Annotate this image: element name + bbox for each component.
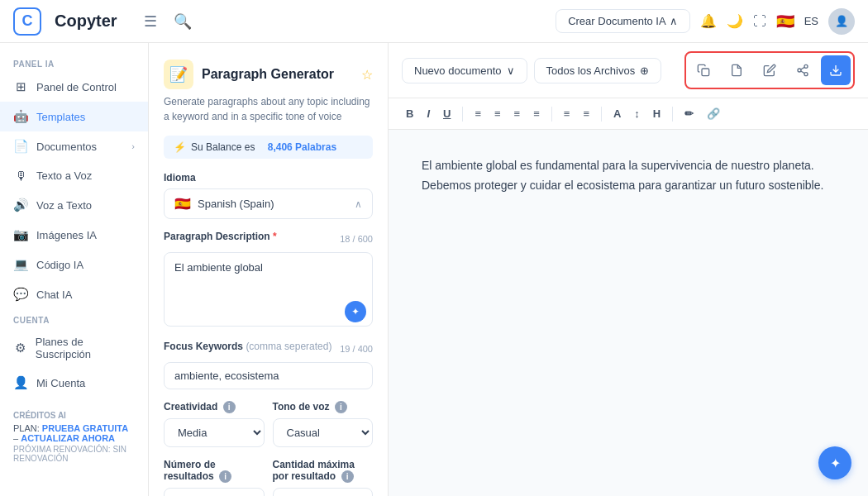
keywords-hint: (comma seperated) bbox=[246, 341, 331, 352]
sidebar-item-codigo[interactable]: 💻 Código IA bbox=[0, 250, 148, 279]
keywords-label: Focus Keywords (comma seperated) bbox=[164, 341, 331, 352]
toolbar-underline[interactable]: U bbox=[439, 105, 455, 122]
doc-dropdown[interactable]: Nuevo documento ∨ bbox=[402, 58, 527, 83]
planes-icon: ⚙ bbox=[13, 341, 27, 355]
desc-textarea[interactable] bbox=[164, 252, 373, 327]
tono-select[interactable]: Casual Formal Técnico bbox=[273, 418, 374, 447]
cantidad-group: Cantidad máxima por resultado i bbox=[273, 459, 374, 496]
menu-icon[interactable]: ☰ bbox=[141, 9, 160, 34]
sidebar-item-voz-texto[interactable]: 🔊 Voz a Texto bbox=[0, 190, 148, 220]
doc-chevron-icon: ∨ bbox=[507, 64, 515, 77]
cantidad-info-icon[interactable]: i bbox=[341, 470, 354, 483]
sidebar-item-label: Voz a Texto bbox=[36, 199, 92, 212]
credits-renew: PRÓXIMA RENOVACIÓN: SIN RENOVACIÓN bbox=[13, 445, 135, 463]
search-icon[interactable]: 🔍 bbox=[170, 9, 195, 34]
keywords-group: Focus Keywords (comma seperated) 19 / 40… bbox=[164, 341, 373, 389]
toolbar-align-center[interactable]: ≡ bbox=[490, 105, 505, 122]
editor-body[interactable]: El ambiente global es fundamental para l… bbox=[389, 130, 868, 496]
plan-upgrade-link[interactable]: PRUEBA GRATUITA bbox=[42, 423, 128, 433]
sidebar-item-mi-cuenta[interactable]: 👤 Mi Cuenta bbox=[0, 368, 148, 398]
imagenes-icon: 📷 bbox=[13, 227, 28, 242]
cuenta-label: CUENTA bbox=[0, 309, 148, 328]
sidebar-item-label: Imágenes IA bbox=[36, 229, 97, 241]
idioma-select[interactable]: 🇪🇸 Spanish (Spain) ∧ bbox=[164, 188, 373, 219]
toolbar-divider-4 bbox=[672, 107, 673, 122]
lang-label[interactable]: ES bbox=[804, 15, 818, 27]
tono-label: Tono de voz i bbox=[273, 401, 374, 413]
toolbar-link[interactable]: 🔗 bbox=[703, 105, 724, 122]
main-content: 📝 Paragraph Generator ☆ Generate paragra… bbox=[149, 43, 868, 496]
toolbar-justify[interactable]: ≡ bbox=[529, 105, 544, 122]
editor-toolbar: B I U ≡ ≡ ≡ ≡ ≡ ≡ A ↕ H ✏ 🔗 bbox=[389, 98, 868, 130]
sidebar-item-label: Panel de Control bbox=[36, 81, 117, 93]
num-resultados-info-icon[interactable]: i bbox=[219, 470, 231, 483]
desc-group: Paragraph Description * 18 / 600 ✦ bbox=[164, 231, 373, 329]
svg-point-1 bbox=[804, 64, 808, 68]
ai-assist-button[interactable]: ✦ bbox=[345, 301, 366, 322]
form-panel: 📝 Paragraph Generator ☆ Generate paragra… bbox=[149, 43, 389, 496]
num-resultados-input[interactable] bbox=[164, 488, 265, 496]
editor-panel: Nuevo documento ∨ Todos los Archivos ⊕ bbox=[389, 43, 868, 496]
toolbar-align-right[interactable]: ≡ bbox=[510, 105, 525, 122]
sidebar-item-planes[interactable]: ⚙ Planes de Suscripción bbox=[0, 328, 148, 368]
files-dropdown[interactable]: Todos los Archivos ⊕ bbox=[534, 58, 662, 83]
create-doc-button[interactable]: Crear Documento IA ∧ bbox=[556, 9, 690, 33]
upgrade-now-link[interactable]: ACTUALIZAR AHORA bbox=[21, 433, 115, 443]
creatividad-info-icon[interactable]: i bbox=[223, 401, 236, 413]
cantidad-label: Cantidad máxima por resultado i bbox=[273, 459, 374, 483]
idioma-label: Idioma bbox=[164, 172, 373, 184]
flag-icon: 🇪🇸 bbox=[776, 12, 794, 31]
creatividad-select[interactable]: Media Baja Alta bbox=[164, 418, 265, 447]
files-chevron-icon: ⊕ bbox=[640, 64, 649, 77]
action-edit-btn[interactable] bbox=[755, 55, 785, 85]
form-header: 📝 Paragraph Generator ☆ bbox=[164, 60, 373, 89]
creatividad-tono-row: Creatividad i Media Baja Alta Tono de vo… bbox=[164, 401, 373, 459]
mi-cuenta-icon: 👤 bbox=[13, 375, 28, 390]
desc-textarea-wrap: ✦ bbox=[164, 252, 373, 329]
svg-point-2 bbox=[798, 69, 801, 72]
toolbar-brush[interactable]: ✏ bbox=[680, 105, 698, 122]
editor-body-wrap: El ambiente global es fundamental para l… bbox=[389, 130, 868, 496]
svg-line-5 bbox=[801, 67, 805, 69]
logo-icon: C bbox=[13, 7, 41, 36]
toolbar-divider-1 bbox=[462, 107, 463, 122]
action-active-btn[interactable] bbox=[821, 55, 851, 85]
favorite-icon[interactable]: ☆ bbox=[361, 67, 373, 83]
idioma-value: Spanish (Spain) bbox=[198, 198, 348, 210]
form-title: Paragraph Generator bbox=[202, 67, 353, 82]
cantidad-input[interactable] bbox=[273, 488, 374, 496]
sidebar-item-texto-voz[interactable]: 🎙 Texto a Voz bbox=[0, 161, 148, 190]
sidebar: PANEL IA ⊞ Panel de Control 🤖 Templates … bbox=[0, 43, 149, 496]
dark-mode-icon[interactable]: 🌙 bbox=[727, 13, 743, 29]
fullscreen-icon[interactable]: ⛶ bbox=[753, 14, 766, 29]
tono-info-icon[interactable]: i bbox=[335, 401, 347, 413]
toolbar-list-ul[interactable]: ≡ bbox=[579, 105, 594, 122]
sidebar-item-chat[interactable]: 💬 Chat IA bbox=[0, 279, 148, 309]
toolbar-font-size[interactable]: A bbox=[609, 105, 625, 122]
toolbar-align-left[interactable]: ≡ bbox=[470, 105, 485, 122]
idioma-group: Idioma 🇪🇸 Spanish (Spain) ∧ bbox=[164, 172, 373, 219]
toolbar-heading[interactable]: H bbox=[649, 105, 665, 122]
bolt-icon: ⚡ bbox=[174, 141, 186, 153]
sidebar-item-panel-control[interactable]: ⊞ Panel de Control bbox=[0, 72, 148, 102]
keywords-input[interactable] bbox=[164, 362, 373, 389]
toolbar-list-ol[interactable]: ≡ bbox=[560, 105, 575, 122]
num-resultados-group: Número de resultados i bbox=[164, 459, 265, 496]
action-copy-btn[interactable] bbox=[689, 55, 718, 85]
floating-ai-btn[interactable]: ✦ bbox=[818, 446, 851, 479]
templates-icon: 🤖 bbox=[13, 109, 28, 124]
sidebar-item-templates[interactable]: 🤖 Templates bbox=[0, 102, 148, 131]
toolbar-bold[interactable]: B bbox=[402, 105, 417, 122]
avatar[interactable]: 👤 bbox=[828, 8, 855, 35]
desc-char-count: 18 / 600 bbox=[340, 234, 373, 244]
svg-line-4 bbox=[801, 71, 805, 74]
sidebar-item-documentos[interactable]: 📄 Documentos › bbox=[0, 131, 148, 161]
sidebar-item-imagenes[interactable]: 📷 Imágenes IA bbox=[0, 220, 148, 250]
action-doc-btn[interactable] bbox=[722, 55, 751, 85]
sidebar-item-label: Mi Cuenta bbox=[36, 377, 85, 389]
creatividad-group: Creatividad i Media Baja Alta bbox=[164, 401, 265, 447]
toolbar-italic[interactable]: I bbox=[422, 105, 434, 122]
notification-icon[interactable]: 🔔 bbox=[700, 13, 717, 29]
action-share-btn[interactable] bbox=[788, 55, 818, 85]
toolbar-line-height[interactable]: ↕ bbox=[630, 105, 644, 122]
